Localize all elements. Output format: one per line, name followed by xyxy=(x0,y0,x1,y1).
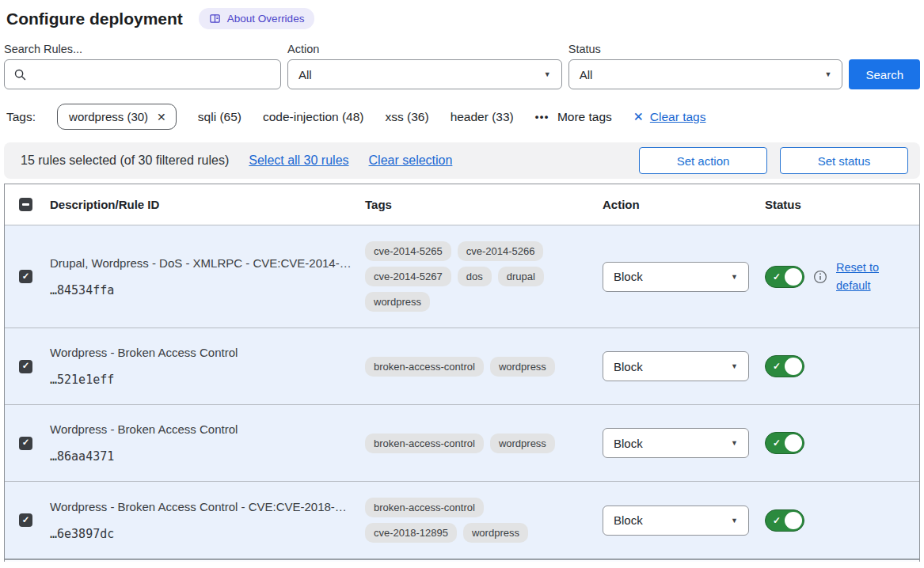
rule-action-value: Block xyxy=(614,513,643,527)
row-description-cell: Wordpress - Broken Access Control - CVE:… xyxy=(50,498,365,543)
tag-chip: dos xyxy=(458,267,492,286)
toggle-knob xyxy=(785,512,802,529)
set-status-button[interactable]: Set status xyxy=(780,147,908,174)
rule-status-toggle[interactable]: ✓ xyxy=(765,509,804,532)
row-checkbox-cell: ✓ xyxy=(5,270,50,283)
action-filter-value: All xyxy=(298,68,312,81)
close-icon: ✕ xyxy=(633,110,644,124)
action-filter-select[interactable]: All ▼ xyxy=(287,59,562,89)
filter-bar: Search Rules... Action All ▼ Status All … xyxy=(4,43,920,89)
book-icon xyxy=(209,13,221,25)
row-action-cell: Block ▼ xyxy=(603,506,765,536)
checkmark-icon: ✓ xyxy=(22,438,30,448)
rule-action-value: Block xyxy=(614,270,643,283)
row-status-cell: ✓ xyxy=(765,509,919,532)
rule-status-toggle[interactable]: ✓ xyxy=(765,355,804,377)
toggle-check-icon: ✓ xyxy=(773,362,781,371)
row-action-cell: Block ▼ xyxy=(603,428,765,458)
selected-tag-label: wordpress (30) xyxy=(69,110,148,123)
tag-filter-code-injection[interactable]: code-injection (48) xyxy=(263,110,364,124)
info-icon[interactable] xyxy=(813,270,827,284)
search-input-box[interactable] xyxy=(4,59,281,89)
tag-filter-xss[interactable]: xss (36) xyxy=(386,110,429,124)
selected-tag-chip[interactable]: wordpress (30) ✕ xyxy=(57,104,177,130)
page-header: Configure deployment About Overrides xyxy=(6,0,920,29)
select-all-checkbox[interactable] xyxy=(19,198,32,211)
tag-chip: wordpress xyxy=(365,292,430,312)
tag-chip: wordpress xyxy=(490,434,555,453)
tag-filter-sqli[interactable]: sqli (65) xyxy=(198,110,241,124)
rule-description: Wordpress - Broken Access Control xyxy=(50,421,365,438)
remove-tag-icon[interactable]: ✕ xyxy=(157,111,166,123)
tag-chip: wordpress xyxy=(463,523,528,543)
clear-tags-link[interactable]: ✕ Clear tags xyxy=(633,110,706,124)
chevron-down-icon: ▼ xyxy=(731,362,738,370)
page-title: Configure deployment xyxy=(6,9,183,28)
row-status-cell: ✓ Reset to default xyxy=(765,259,919,295)
search-rules-input[interactable] xyxy=(34,67,272,82)
select-all-link[interactable]: Select all 30 rules xyxy=(249,153,348,168)
row-checkbox[interactable]: ✓ xyxy=(19,360,32,373)
column-description: Description/Rule ID xyxy=(50,198,365,211)
chevron-down-icon: ▼ xyxy=(731,439,738,447)
status-filter-group: Status All ▼ xyxy=(568,43,843,89)
row-status-cell: ✓ xyxy=(765,355,919,377)
tag-chip: broken-access-control xyxy=(365,434,484,453)
indeterminate-icon xyxy=(22,203,29,205)
rule-description: Wordpress - Broken Access Control - CVE:… xyxy=(50,498,365,516)
rule-status-toggle[interactable]: ✓ xyxy=(765,432,804,454)
search-icon xyxy=(13,68,27,81)
checkmark-icon: ✓ xyxy=(22,516,30,525)
action-filter-group: Action All ▼ xyxy=(287,43,562,89)
row-tags: broken-access-controlcve-2018-12895wordp… xyxy=(365,498,569,543)
table-row: ✓ Drupal, Wordpress - DoS - XMLRPC - CVE… xyxy=(5,225,919,328)
about-overrides-label: About Overrides xyxy=(227,13,305,25)
about-overrides-badge[interactable]: About Overrides xyxy=(199,8,315,29)
chevron-down-icon: ▼ xyxy=(731,517,738,524)
status-filter-label: Status xyxy=(568,43,843,55)
rule-status-toggle[interactable]: ✓ xyxy=(765,266,804,288)
next-row-sliver xyxy=(5,559,919,562)
row-tags: broken-access-controlwordpress xyxy=(365,434,569,453)
status-filter-select[interactable]: All ▼ xyxy=(568,59,843,89)
rule-action-select[interactable]: Block ▼ xyxy=(603,428,749,458)
rule-action-select[interactable]: Block ▼ xyxy=(603,506,749,536)
row-checkbox[interactable]: ✓ xyxy=(19,270,32,283)
reset-to-default-link[interactable]: Reset to default xyxy=(836,259,888,295)
rule-action-select[interactable]: Block ▼ xyxy=(603,351,749,381)
chevron-down-icon: ▼ xyxy=(825,70,832,78)
row-description-cell: Drupal, Wordpress - DoS - XMLRPC - CVE:C… xyxy=(50,255,365,299)
tag-filter-header[interactable]: header (33) xyxy=(451,110,514,124)
toggle-knob xyxy=(785,268,802,286)
row-checkbox-cell: ✓ xyxy=(5,513,50,527)
rule-id: …6e3897dc xyxy=(50,525,365,543)
header-checkbox-cell xyxy=(5,198,50,211)
row-checkbox[interactable]: ✓ xyxy=(19,513,32,527)
row-tags-cell: broken-access-controlcve-2018-12895wordp… xyxy=(365,498,603,543)
more-tags-button[interactable]: ••• More tags xyxy=(535,110,612,124)
rule-action-value: Block xyxy=(614,360,643,373)
action-filter-label: Action xyxy=(287,43,562,55)
search-rules-group: Search Rules... xyxy=(4,43,281,89)
table-header-row: Description/Rule ID Tags Action Status xyxy=(5,184,919,225)
set-action-button[interactable]: Set action xyxy=(639,147,767,174)
rule-description: Drupal, Wordpress - DoS - XMLRPC - CVE:C… xyxy=(50,255,365,272)
row-tags-cell: broken-access-controlwordpress xyxy=(365,434,603,453)
table-row: ✓ Wordpress - Broken Access Control …521… xyxy=(5,328,919,404)
table-body: ✓ Drupal, Wordpress - DoS - XMLRPC - CVE… xyxy=(5,225,919,559)
toggle-check-icon: ✓ xyxy=(773,516,781,525)
row-checkbox[interactable]: ✓ xyxy=(19,437,32,450)
bulk-action-buttons: Set action Set status xyxy=(639,147,908,174)
tag-chip: cve-2014-5267 xyxy=(365,267,451,286)
search-button[interactable]: Search xyxy=(849,59,920,89)
selection-summary: 15 rules selected (of 30 filtered rules) xyxy=(21,153,229,168)
row-description-cell: Wordpress - Broken Access Control …521e1… xyxy=(50,344,365,388)
clear-selection-link[interactable]: Clear selection xyxy=(369,153,453,168)
tag-chip: broken-access-control xyxy=(365,357,484,377)
rule-action-select[interactable]: Block ▼ xyxy=(603,262,749,292)
tag-chip: cve-2018-12895 xyxy=(365,523,457,543)
row-tags: cve-2014-5265cve-2014-5266cve-2014-5267d… xyxy=(365,241,569,312)
toggle-check-icon: ✓ xyxy=(773,272,781,282)
rule-id: …521e1eff xyxy=(50,371,365,388)
chevron-down-icon: ▼ xyxy=(731,273,738,281)
